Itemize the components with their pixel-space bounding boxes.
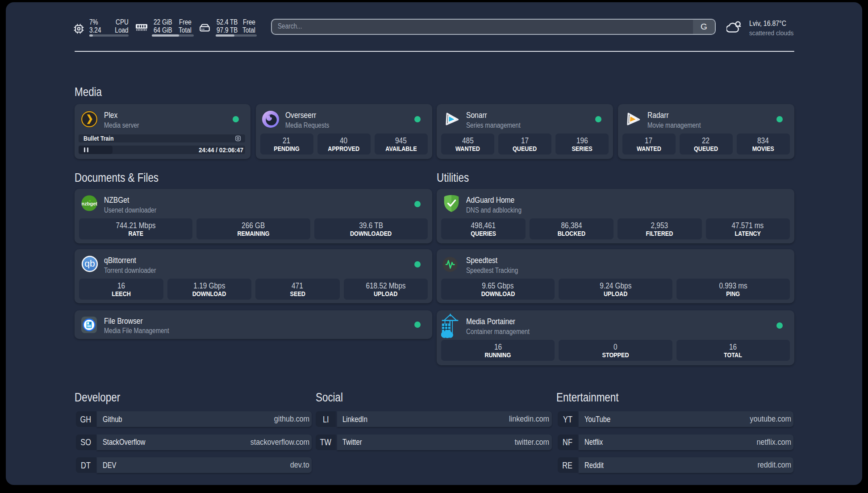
svg-text:nzbget: nzbget: [81, 201, 97, 206]
svg-text:qb: qb: [84, 259, 95, 269]
